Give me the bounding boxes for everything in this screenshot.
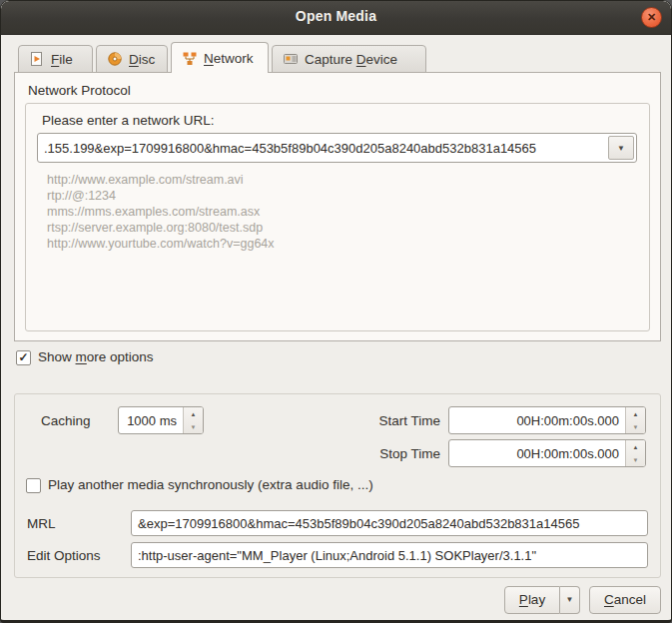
chevron-down-icon: ▼ <box>617 144 625 153</box>
tab-disc-label: Disc <box>129 52 155 67</box>
spin-up-icon[interactable]: ▲ <box>626 440 645 453</box>
spin-down-icon[interactable]: ▼ <box>184 420 203 433</box>
window-title: Open Media <box>1 8 671 24</box>
start-time-spinbox[interactable]: ▲ ▼ <box>448 406 646 434</box>
network-url-dropdown-button[interactable]: ▼ <box>608 136 634 160</box>
checkmark-icon: ✓ <box>18 350 28 364</box>
url-label: Please enter a network URL: <box>42 113 215 128</box>
start-time-input[interactable] <box>449 407 625 433</box>
show-more-options-label: Show more options <box>38 349 154 364</box>
caching-label: Caching <box>41 413 91 428</box>
caching-input[interactable] <box>119 407 183 433</box>
play-button[interactable]: Play <box>504 586 560 614</box>
edit-options-input[interactable] <box>132 543 647 567</box>
spin-up-icon[interactable]: ▲ <box>626 407 645 420</box>
disc-icon <box>107 51 123 67</box>
close-button[interactable]: ✕ <box>641 7 662 28</box>
chevron-down-icon: ▼ <box>566 595 574 604</box>
stop-time-spinbox[interactable]: ▲ ▼ <box>448 439 646 467</box>
mrl-input[interactable] <box>132 511 647 535</box>
network-url-input[interactable] <box>38 134 606 162</box>
tab-file-label: File <box>51 52 73 67</box>
url-examples: http://www.example.com/stream.avi rtp://… <box>47 172 275 252</box>
capture-device-icon <box>283 51 299 67</box>
edit-options-field[interactable] <box>131 542 648 568</box>
network-url-combobox[interactable]: ▼ <box>37 133 637 163</box>
caching-spinbox[interactable]: ▲ ▼ <box>118 406 204 434</box>
tab-file[interactable]: File <box>18 45 93 73</box>
file-icon <box>29 51 45 67</box>
stop-time-input[interactable] <box>449 440 625 466</box>
mrl-field[interactable] <box>131 510 648 536</box>
play-button-label: Play <box>519 592 545 607</box>
spin-down-icon[interactable]: ▼ <box>626 453 645 466</box>
show-more-options-checkbox[interactable]: ✓ <box>16 350 31 365</box>
start-time-label: Start Time <box>340 413 440 428</box>
tab-capture-device[interactable]: Capture Device <box>272 45 426 73</box>
tab-network-label: Network <box>204 51 254 66</box>
start-time-spin-buttons[interactable]: ▲ ▼ <box>625 407 645 433</box>
group-title: Network Protocol <box>28 83 131 98</box>
cancel-button-label: Cancel <box>604 592 646 607</box>
play-synchronously-checkbox[interactable] <box>26 478 41 493</box>
play-dropdown-button[interactable]: ▼ <box>560 586 580 614</box>
tab-capture-device-label: Capture Device <box>305 52 397 67</box>
edit-options-label: Edit Options <box>27 548 101 563</box>
spin-down-icon[interactable]: ▼ <box>626 420 645 433</box>
mrl-label: MRL <box>27 516 56 531</box>
stop-time-label: Stop Time <box>340 446 440 461</box>
tab-network[interactable]: Network <box>171 42 269 73</box>
spin-up-icon[interactable]: ▲ <box>184 407 203 420</box>
stop-time-spin-buttons[interactable]: ▲ ▼ <box>625 440 645 466</box>
play-synchronously-label: Play another media synchronously (extra … <box>48 477 373 492</box>
titlebar[interactable]: Open Media ✕ <box>1 1 671 35</box>
network-icon <box>182 51 198 67</box>
cancel-button[interactable]: Cancel <box>589 586 661 614</box>
close-icon: ✕ <box>647 11 656 23</box>
caching-spin-buttons[interactable]: ▲ ▼ <box>183 407 203 433</box>
tab-disc[interactable]: Disc <box>96 45 168 73</box>
open-media-dialog: Open Media ✕ File Disc Network <box>0 0 672 623</box>
